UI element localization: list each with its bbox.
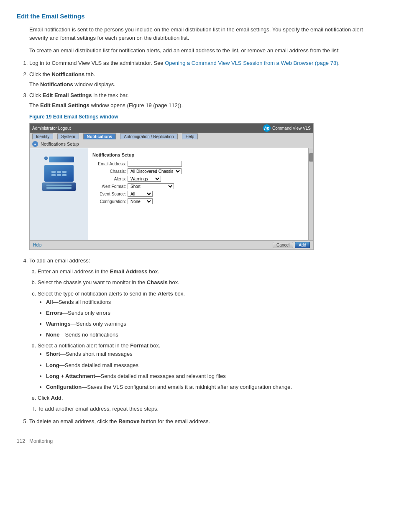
footer-page-num: 112 [17,438,25,444]
step-4b: Select the chassis you want to monitor i… [38,278,382,287]
step-2b-text-after: window displays. [73,81,115,87]
step-3b-text-after: window opens (Figure 19 (page 112)). [90,102,183,108]
screenshot-sidebar [30,148,88,240]
hp-logo-icon: hp [263,124,271,132]
step-4a-bold: Email Address [110,268,148,275]
form-row-email: Email Address: [92,161,304,167]
step-3: Click Edit Email Settings in the task ba… [29,91,382,110]
device-disk-bar [49,157,74,162]
bullet-errors-bold: Errors [46,310,62,316]
screenshot-footer: Help Cancel Add [30,240,313,249]
step-4c-bullets: All—Sends all notifications Errors—Sends… [46,298,382,339]
screenshot-titlebar: Administrator Logout hp Command View VLS [30,123,313,133]
bullet-configuration-text: —Saves the VLS configuration and emails … [82,384,292,390]
step-2: Click the Notifications tab. The Notific… [29,70,382,89]
label-alert-format: Alert Format: [92,184,126,189]
select-event-source[interactable]: All [128,191,153,197]
bullet-none-bold: None [46,332,60,338]
step-4e-text-after: . [61,395,63,401]
bullet-warnings: Warnings—Sends only warnings [46,320,382,328]
step-3-text-after: in the task bar. [92,92,129,98]
bullet-long: Long—Sends detailed mail messages [46,361,382,370]
screenshot-menubar: Identity System Notifications Automigrat… [30,133,313,140]
step-4b-text-after: box. [168,279,179,285]
step-4e: Click Add. [38,394,382,402]
step-2b-bold: Notifications [40,81,73,87]
device-slot [51,174,56,176]
input-email[interactable] [128,161,182,167]
select-alerts[interactable]: Warnings All Errors None [128,176,161,182]
footer-section: Monitoring [29,438,53,444]
bullet-warnings-bold: Warnings [46,321,71,327]
device-row-2 [51,174,66,176]
footer-buttons: Cancel Add [273,242,310,248]
step-2-text-after: tab. [84,71,95,77]
device-slot [51,171,56,173]
step-2b-text: The [29,81,40,87]
step-4f-text: To add another email address, repeat the… [38,406,159,412]
select-chassis[interactable]: All Discovered Chassis [128,168,182,174]
bullet-none-text: —Sends no notifications [60,332,118,338]
step-5: To delete an email address, click the Re… [29,417,382,426]
screenshot-content: Notifications Setup Email Address: Chass… [30,148,308,240]
cancel-button[interactable]: Cancel [273,242,293,248]
device-slot [62,171,66,173]
tab-help[interactable]: Help [182,134,198,139]
bullet-none: None—Sends no notifications [46,331,382,339]
bullet-short-bold: Short [46,351,60,357]
step-5-text-after: button for the email address. [140,418,210,424]
label-alerts: Alerts: [92,177,126,181]
bullet-warnings-text: —Sends only warnings [71,321,126,327]
step-4d-bold: Format [130,342,148,349]
screenshot-content-area: Notifications Setup Email Address: Chass… [30,148,313,240]
step-4d-text-after: box. [148,342,160,349]
titlebar-right-area: hp Command View VLS [263,124,311,132]
intro-paragraph-2: To create an email distribution list for… [29,46,382,55]
page-title: Edit the Email Settings [17,13,382,20]
tab-system[interactable]: System [57,134,79,139]
bullet-errors: Errors—Sends only errors [46,309,382,317]
steps-list: Log in to Command View VLS as the admini… [29,59,382,110]
intro-paragraph-1: Email notification is sent to the person… [29,26,382,42]
scrollbar-thumb[interactable] [309,153,313,162]
step-4f: To add another email address, repeat the… [38,405,382,413]
disk-circle [44,157,48,160]
device-body [44,165,74,182]
titlebar-right: Command View VLS [272,126,311,131]
bullet-errors-text: —Sends only errors [62,310,110,316]
step-4d-bullets: Short—Sends short mail messages Long—Sen… [46,350,382,391]
bullet-short: Short—Sends short mail messages [46,350,382,358]
tab-identity[interactable]: Identity [32,134,53,139]
footer-help-link[interactable]: Help [33,243,42,247]
bullet-long-attach: Long + Attachment—Sends detailed mail me… [46,372,382,380]
nav-icon: ● [32,141,38,147]
select-configuration[interactable]: None [128,198,153,204]
scrollbar[interactable] [308,148,313,240]
step-3b-bold: Edit Email Settings [40,102,90,108]
device-slot [62,174,66,176]
titlebar-left: Administrator Logout [32,126,71,131]
step-4a-text: Enter an email address in the [38,268,110,275]
step-4e-bold: Add [51,395,61,401]
step-1-link[interactable]: Opening a Command View VLS Session from … [165,60,338,66]
step-3-bold: Edit Email Settings [43,92,92,98]
step-4c: Select the type of notification alerts t… [38,290,382,339]
add-button[interactable]: Add [295,242,310,248]
step-5-text: To delete an email address, click the [29,418,118,424]
device-base [42,182,76,191]
tab-automigration[interactable]: Automigration / Replication [120,134,178,139]
step-1-text-before: Log in to Command View VLS as the admini… [29,60,165,66]
step-4a-text-after: box. [148,268,159,275]
bullet-configuration: Configuration—Saves the VLS configuratio… [46,383,382,391]
tab-notifications[interactable]: Notifications [83,134,116,139]
step-4d-text: Select a notification alert format in th… [38,342,130,349]
select-alert-format[interactable]: Short Long Long + Attachment Configurati… [128,183,174,189]
step-4e-text: Click [38,395,51,401]
bullet-configuration-bold: Configuration [46,384,82,390]
step-4-sub-list: Enter an email address in the Email Addr… [38,267,382,413]
bullet-short-text: —Sends short mail messages [60,351,133,357]
bullet-long-bold: Long [46,362,59,368]
device-slot [57,171,61,173]
label-event-source: Event Source: [92,192,126,196]
step-3-text: Click [29,92,43,98]
